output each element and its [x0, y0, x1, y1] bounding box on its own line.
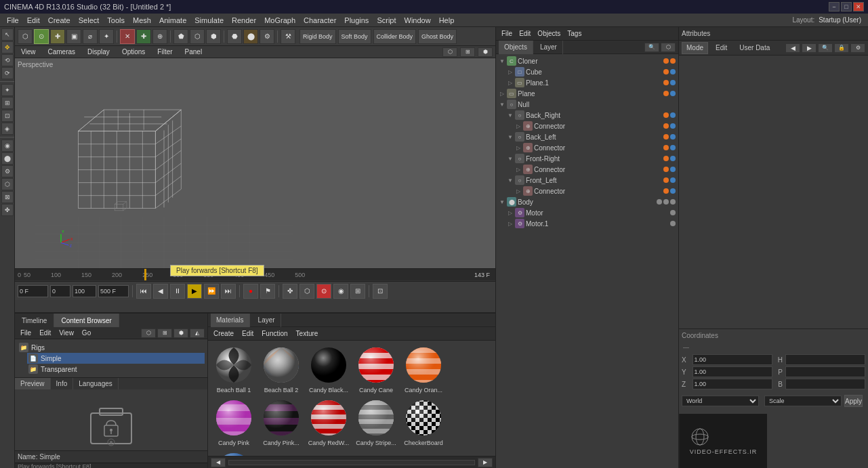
step-forward-button[interactable]: ⏩: [204, 284, 219, 299]
obj-search[interactable]: 🔍: [644, 43, 659, 52]
obj-connector-2[interactable]: ▷ ⊕ Connector: [514, 142, 677, 153]
menu-create[interactable]: Create: [44, 14, 75, 27]
attr-lock-btn[interactable]: 🔒: [834, 43, 849, 53]
toolbar-star[interactable]: ✦: [99, 29, 114, 44]
expand-br-icon[interactable]: ▼: [507, 112, 514, 119]
obj-body[interactable]: ▼ ⬤ Body: [497, 196, 677, 207]
menu-edit[interactable]: Edit: [23, 14, 44, 27]
expand-c3-icon[interactable]: ▷: [515, 166, 522, 173]
preview-tab[interactable]: Preview: [15, 378, 51, 390]
obj-tags-menu[interactable]: Tags: [564, 28, 584, 40]
collider-body-button[interactable]: Collider Body: [373, 29, 417, 44]
close-button[interactable]: ✕: [853, 2, 864, 12]
menu-plugins[interactable]: Plugins: [340, 14, 373, 27]
tool-j[interactable]: ✤: [1, 204, 14, 216]
expand-cube-icon[interactable]: ▷: [507, 68, 514, 75]
mat-function-menu[interactable]: Function: [259, 328, 290, 340]
mat-candy-orange[interactable]: Candy Oran...: [400, 343, 447, 395]
viewport-view-menu[interactable]: View: [18, 46, 39, 58]
frame-start-input[interactable]: [18, 285, 48, 297]
menu-window[interactable]: Window: [400, 14, 435, 27]
menu-render[interactable]: Render: [228, 14, 260, 27]
apply-button[interactable]: Apply: [844, 395, 863, 407]
browser-view-menu[interactable]: View: [56, 327, 77, 339]
attr-mode-tab[interactable]: Mode: [682, 42, 708, 54]
tree-item-simple[interactable]: 📄 Simple: [27, 353, 205, 364]
coord-p-val[interactable]: [785, 366, 865, 377]
obj-cube[interactable]: ▷ □ Cube: [505, 66, 677, 77]
tree-item-rigs[interactable]: 📁 Rigs: [18, 342, 205, 353]
minimize-button[interactable]: −: [829, 2, 840, 12]
obj-front-left[interactable]: ▼ ○ Front_Left: [505, 175, 677, 186]
obj-file-menu[interactable]: File: [499, 28, 515, 40]
menu-mesh[interactable]: Mesh: [129, 14, 155, 27]
browser-btn3[interactable]: ⬢: [173, 328, 188, 338]
tree-item-transparent[interactable]: 📁 Transparent: [27, 364, 205, 375]
coord-y-pos[interactable]: [693, 366, 772, 377]
content-browser-tab[interactable]: Content Browser: [54, 314, 119, 327]
toolbar-plus[interactable]: ✚: [136, 29, 151, 44]
mat-scroll-right[interactable]: ▶: [478, 458, 493, 467]
obj-objects-menu[interactable]: Objects: [535, 28, 563, 40]
stop-button[interactable]: ⏸: [170, 284, 185, 299]
viewport-3d[interactable]: Perspective: [15, 58, 495, 268]
tool-d[interactable]: ◈: [1, 123, 14, 135]
menu-mograph[interactable]: MoGraph: [260, 14, 299, 27]
coord-b-val[interactable]: [785, 379, 865, 389]
expand-icon[interactable]: ▼: [499, 58, 505, 64]
obj-connector-1[interactable]: ▷ ⊕ Connector: [514, 121, 677, 131]
coord-scale-select[interactable]: Scale: [764, 396, 842, 406]
tool-a[interactable]: ✦: [1, 84, 14, 96]
play-forward-button[interactable]: ▶: [187, 284, 202, 299]
attr-search-btn[interactable]: 🔍: [818, 43, 833, 53]
tool-b[interactable]: ⊞: [1, 97, 14, 109]
frame-rate-input[interactable]: [73, 285, 96, 297]
rigid-body-button[interactable]: Rigid Body: [299, 29, 336, 44]
keyframe-btn1[interactable]: ✤: [283, 284, 297, 299]
mat-create-menu[interactable]: Create: [211, 328, 236, 340]
attr-edit-tab[interactable]: Edit: [711, 42, 732, 54]
obj-motor-1[interactable]: ▷ ⚙ Motor.1: [505, 218, 677, 229]
layer-tab-materials[interactable]: Layer: [253, 314, 281, 327]
record-btn2[interactable]: ⊡: [373, 284, 388, 299]
vp-toggle-1[interactable]: ⬡: [442, 47, 457, 57]
keyframe-btn5[interactable]: ⊞: [350, 284, 365, 299]
mat-candy-black[interactable]: Candy Black...: [306, 343, 352, 395]
toolbar-settings[interactable]: ⚙: [260, 29, 274, 44]
mat-candy-cane[interactable]: Candy Cane: [353, 343, 399, 395]
menu-file[interactable]: File: [3, 14, 23, 27]
layer-tab[interactable]: Layer: [535, 41, 563, 54]
toolbar-add[interactable]: ✚: [50, 29, 65, 44]
toolbar-render-region[interactable]: ⬣: [227, 29, 242, 44]
expand-plane-icon[interactable]: ▷: [499, 90, 505, 97]
browser-btn1[interactable]: ⬡: [141, 328, 156, 338]
mat-beach-ball-1[interactable]: Beach Ball 1: [211, 343, 257, 395]
toolbar-x[interactable]: ✕: [120, 29, 135, 44]
tool-scale[interactable]: ⟳: [1, 67, 14, 79]
coord-z-pos[interactable]: [693, 379, 772, 389]
browser-file-menu[interactable]: File: [18, 327, 34, 339]
objects-tab[interactable]: Objects: [499, 41, 533, 54]
viewport-panel-menu[interactable]: Panel: [182, 46, 206, 58]
toolbar-new[interactable]: ⬡: [18, 29, 33, 44]
languages-tab[interactable]: Languages: [73, 378, 119, 390]
toolbar-ik[interactable]: ⬟: [173, 29, 188, 44]
soft-body-button[interactable]: Soft Body: [338, 29, 371, 44]
mat-beach-ball-2[interactable]: Beach Ball 2: [258, 343, 304, 395]
toolbar-hex2[interactable]: ⬢: [206, 29, 221, 44]
tool-c[interactable]: ⊡: [1, 110, 14, 122]
expand-c2-icon[interactable]: ▷: [515, 144, 522, 151]
expand-motor1-icon[interactable]: ▷: [507, 220, 514, 227]
expand-fr-icon[interactable]: ▼: [507, 155, 514, 162]
mat-texture-menu[interactable]: Texture: [293, 328, 321, 340]
obj-filter[interactable]: ⬡: [661, 43, 676, 52]
expand-bl-icon[interactable]: ▼: [507, 133, 514, 140]
toolbar-box[interactable]: ▣: [66, 29, 81, 44]
obj-back-left[interactable]: ▼ ○ Back_Left: [505, 131, 677, 142]
mat-candy-stripe[interactable]: Candy Stripe...: [353, 396, 399, 448]
obj-plane[interactable]: ▷ ▭ Plane: [497, 88, 677, 99]
tool-rotate[interactable]: ⟲: [1, 54, 14, 66]
mat-candy-blue[interactable]: Candy: [211, 449, 257, 456]
tool-g[interactable]: ⚙: [1, 165, 14, 177]
coord-world-select[interactable]: World Object: [682, 396, 759, 406]
